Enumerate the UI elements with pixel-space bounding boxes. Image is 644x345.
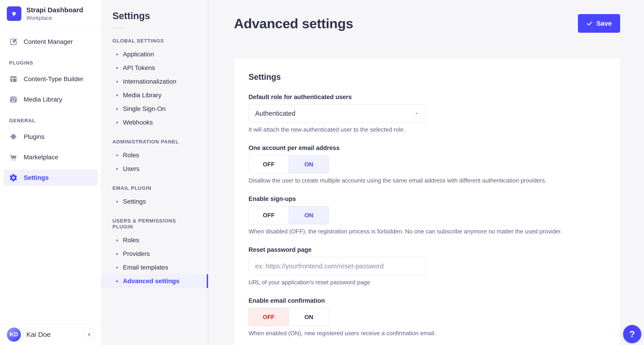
reset-password-label: Reset password page bbox=[248, 246, 606, 253]
sidebar-item-media-library[interactable]: Media Library bbox=[4, 91, 98, 108]
subnav-item-label: Email templates bbox=[123, 264, 168, 271]
one-account-hint: Disallow the user to create multiple acc… bbox=[248, 177, 606, 184]
subnav-item-label: Single Sign-On bbox=[123, 105, 166, 113]
sidebar-item-marketplace[interactable]: Marketplace bbox=[4, 149, 98, 165]
signups-hint: When disabled (OFF), the registration pr… bbox=[248, 228, 606, 235]
sidebar-item-settings[interactable]: Settings bbox=[4, 170, 98, 186]
reset-password-hint: URL of your application's reset password… bbox=[248, 279, 606, 286]
save-button[interactable]: Save bbox=[578, 14, 620, 33]
settings-subnav: Settings GLOBAL SETTINGS Application API… bbox=[101, 0, 208, 345]
subnav-item-up-roles[interactable]: Roles bbox=[101, 233, 208, 247]
sidebar-nav: Content Manager PLUGINS Content-Type Bui… bbox=[0, 27, 101, 324]
field-default-role: Default role for authenticated users Aut… bbox=[248, 94, 606, 133]
subnav-item-internationalization[interactable]: Internationalization bbox=[101, 75, 208, 88]
puzzle-icon bbox=[9, 133, 18, 141]
one-account-toggle-off[interactable]: OFF bbox=[249, 155, 289, 173]
sidebar-item-label: Media Library bbox=[24, 96, 62, 103]
sidebar-item-content-type-builder[interactable]: Content-Type Builder bbox=[4, 71, 98, 87]
picture-icon bbox=[9, 95, 18, 104]
subnav-item-label: Webhooks bbox=[123, 119, 153, 126]
subnav-item-email-templates[interactable]: Email templates bbox=[101, 261, 208, 274]
field-signups: Enable sign-ups OFF ON When disabled (OF… bbox=[248, 195, 606, 235]
email-confirmation-toggle: OFF ON bbox=[248, 308, 329, 326]
default-role-label: Default role for authenticated users bbox=[248, 94, 606, 101]
subnav-title: Settings bbox=[101, 11, 208, 21]
feather-icon bbox=[9, 38, 18, 46]
subnav-item-label: Users bbox=[123, 165, 140, 173]
email-confirmation-toggle-off[interactable]: OFF bbox=[249, 308, 289, 326]
one-account-label: One account per email address bbox=[248, 145, 606, 152]
bullet-icon bbox=[116, 280, 118, 282]
page-title: Advanced settings bbox=[234, 16, 353, 31]
bullet-icon bbox=[116, 67, 118, 69]
subnav-section-global-settings: GLOBAL SETTINGS bbox=[112, 38, 197, 44]
signups-toggle: OFF ON bbox=[248, 206, 329, 224]
sidebar-item-label: Content-Type Builder bbox=[24, 76, 83, 83]
caret-down-icon bbox=[414, 111, 419, 116]
subnav-item-api-tokens[interactable]: API Tokens bbox=[101, 61, 208, 75]
bullet-icon bbox=[116, 168, 118, 170]
subnav-item-application[interactable]: Application bbox=[101, 48, 208, 61]
signups-toggle-off[interactable]: OFF bbox=[249, 206, 289, 224]
email-confirmation-toggle-on[interactable]: ON bbox=[289, 308, 329, 326]
subnav-item-label: Internationalization bbox=[123, 78, 176, 85]
user-name[interactable]: Kai Doe bbox=[26, 331, 79, 338]
avatar[interactable]: KD bbox=[7, 327, 21, 341]
subnav-item-label: API Tokens bbox=[123, 64, 155, 72]
default-role-hint: It will attach the new authenticated use… bbox=[248, 126, 606, 133]
signups-label: Enable sign-ups bbox=[248, 195, 606, 202]
bullet-icon bbox=[116, 253, 118, 255]
sidebar-item-label: Settings bbox=[24, 174, 48, 181]
collapse-sidebar-button[interactable] bbox=[84, 328, 94, 341]
subnav-item-label: Application bbox=[123, 51, 154, 58]
one-account-toggle: OFF ON bbox=[248, 155, 329, 173]
main-sidebar: Strapi Dashboard Workplace Content Manag… bbox=[0, 0, 101, 345]
settings-card: Settings Default role for authenticated … bbox=[234, 58, 620, 345]
strapi-logo-icon bbox=[7, 6, 21, 21]
bullet-icon bbox=[116, 81, 118, 83]
sidebar-item-label: Content Manager bbox=[24, 38, 73, 46]
subnav-item-label: Media Library bbox=[123, 92, 162, 99]
subnav-item-label: Settings bbox=[123, 198, 146, 205]
one-account-toggle-on[interactable]: ON bbox=[289, 155, 329, 173]
email-confirmation-hint: When enabled (ON), new registered users … bbox=[248, 330, 606, 337]
bullet-icon bbox=[116, 201, 118, 202]
default-role-select[interactable]: Authenticated bbox=[248, 104, 426, 123]
main-content: Advanced settings Save Settings Default … bbox=[208, 0, 644, 345]
help-button[interactable]: ? bbox=[623, 325, 641, 343]
page-header: Advanced settings Save bbox=[234, 0, 620, 33]
sidebar-section-general: GENERAL bbox=[4, 118, 98, 124]
sidebar-item-content-manager[interactable]: Content Manager bbox=[4, 34, 98, 50]
subnav-item-admin-roles[interactable]: Roles bbox=[101, 148, 208, 162]
subnav-item-webhooks[interactable]: Webhooks bbox=[101, 116, 208, 129]
subnav-item-email-settings[interactable]: Settings bbox=[101, 195, 208, 208]
bullet-icon bbox=[116, 155, 118, 156]
subnav-item-label: Advanced settings bbox=[123, 277, 180, 285]
signups-toggle-on[interactable]: ON bbox=[289, 206, 329, 224]
sidebar-item-plugins[interactable]: Plugins bbox=[4, 129, 98, 145]
chevron-left-icon bbox=[87, 332, 92, 337]
reset-password-input[interactable] bbox=[248, 257, 426, 275]
subnav-section-administration-panel: ADMINISTRATION PANEL bbox=[112, 139, 197, 145]
workspace-info: Strapi Dashboard Workplace bbox=[26, 6, 83, 21]
subnav-section-users-permissions-plugin: USERS & PERMISSIONS PLUGIN bbox=[112, 218, 197, 230]
field-one-account: One account per email address OFF ON Dis… bbox=[248, 145, 606, 184]
sidebar-item-label: Marketplace bbox=[24, 154, 58, 161]
field-reset-password: Reset password page URL of your applicat… bbox=[248, 246, 606, 286]
sidebar-footer: KD Kai Doe bbox=[0, 324, 101, 345]
gear-icon bbox=[9, 173, 18, 182]
subnav-item-single-sign-on[interactable]: Single Sign-On bbox=[101, 102, 208, 116]
save-button-label: Save bbox=[596, 20, 612, 27]
subnav-item-providers[interactable]: Providers bbox=[101, 247, 208, 261]
subnav-item-admin-users[interactable]: Users bbox=[101, 162, 208, 176]
email-confirmation-label: Enable email confirmation bbox=[248, 297, 606, 304]
subnav-item-label: Providers bbox=[123, 250, 150, 257]
subnav-item-label: Roles bbox=[123, 152, 139, 159]
workspace-switcher[interactable]: Strapi Dashboard Workplace bbox=[0, 0, 101, 27]
subnav-section-email-plugin: EMAIL PLUGIN bbox=[112, 185, 197, 191]
default-role-value: Authenticated bbox=[255, 110, 295, 117]
app-root: Strapi Dashboard Workplace Content Manag… bbox=[0, 0, 644, 345]
bullet-icon bbox=[116, 267, 118, 268]
subnav-item-media-library[interactable]: Media Library bbox=[101, 88, 208, 102]
subnav-item-advanced-settings[interactable]: Advanced settings bbox=[101, 274, 208, 288]
